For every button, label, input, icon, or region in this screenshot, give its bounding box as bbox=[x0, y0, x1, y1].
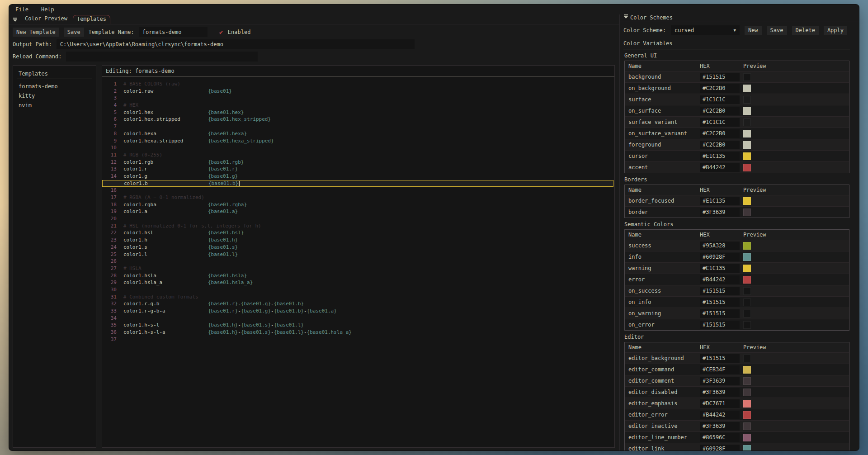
hex-input[interactable]: #B44242 bbox=[700, 411, 740, 419]
color-swatch[interactable] bbox=[743, 411, 751, 419]
color-swatch[interactable] bbox=[743, 242, 751, 250]
menu-item-file[interactable]: File bbox=[15, 6, 28, 13]
color-swatch[interactable] bbox=[743, 355, 751, 362]
color-swatch[interactable] bbox=[743, 310, 751, 318]
hex-input[interactable]: #3F3639 bbox=[700, 208, 740, 217]
hex-input[interactable]: #60928F bbox=[700, 445, 740, 451]
hex-input[interactable]: #1C1C1C bbox=[700, 118, 740, 127]
collapse-arrow-icon[interactable] bbox=[623, 14, 628, 19]
code-line[interactable]: 32color1.r-g-b{base01.r}-{base01.g}-{bas… bbox=[102, 300, 614, 308]
color-swatch[interactable] bbox=[743, 164, 751, 171]
code-line[interactable]: 17# RGBA (A = 0-1 normalized) bbox=[102, 194, 614, 201]
template-name-input[interactable]: formats-demo bbox=[139, 27, 208, 37]
reload-command-input[interactable] bbox=[66, 52, 258, 62]
output-path-input[interactable]: C:\Users\user\AppData\Roaming\clrsync\fo… bbox=[57, 39, 415, 49]
code-line[interactable]: 28color1.hsla{base01.hsla} bbox=[102, 272, 614, 280]
color-swatch[interactable] bbox=[743, 321, 751, 329]
code-line[interactable]: 1# BASE COLORS (raw) bbox=[102, 81, 614, 88]
hex-input[interactable]: #C2C2B0 bbox=[700, 107, 740, 115]
code-line[interactable]: 3 bbox=[102, 95, 614, 102]
hex-input[interactable]: #E1C135 bbox=[700, 197, 740, 205]
code-line[interactable]: 25color1.l{base01.l} bbox=[102, 251, 614, 258]
color-swatch[interactable] bbox=[743, 197, 751, 205]
code-line[interactable]: 2color1.raw{base01} bbox=[102, 88, 614, 95]
color-swatch[interactable] bbox=[743, 276, 751, 284]
color-swatch[interactable] bbox=[743, 265, 751, 272]
code-line[interactable]: 30 bbox=[102, 286, 614, 294]
new-template-button[interactable]: New Template bbox=[13, 28, 59, 37]
code-line[interactable]: 11# RGB (0-255) bbox=[102, 152, 614, 159]
code-area[interactable]: 1# BASE COLORS (raw)2color1.raw{base01}3… bbox=[102, 76, 614, 447]
hex-input[interactable]: #151515 bbox=[700, 321, 740, 329]
hex-input[interactable]: #B44242 bbox=[700, 275, 740, 284]
code-line[interactable]: 7 bbox=[102, 123, 614, 130]
hex-input[interactable]: #151515 bbox=[700, 287, 740, 295]
enabled-checkbox[interactable]: ✔ bbox=[219, 29, 223, 36]
color-swatch[interactable] bbox=[743, 141, 751, 149]
hex-input[interactable]: #E1C135 bbox=[700, 152, 740, 161]
code-line[interactable]: 9color1.hexa.stripped{base01.hexa_stripp… bbox=[102, 137, 614, 145]
code-line[interactable]: 10 bbox=[102, 144, 614, 152]
color-swatch[interactable] bbox=[743, 389, 751, 396]
code-line[interactable]: 36color1.h-s-l-a{base01.h}-{base01.s}-{b… bbox=[102, 329, 614, 336]
color-swatch[interactable] bbox=[743, 377, 751, 385]
save-scheme-button[interactable]: Save bbox=[767, 26, 787, 35]
hex-input[interactable]: #C2C2B0 bbox=[700, 141, 740, 149]
code-line[interactable]: 5color1.hex{base01.hex} bbox=[102, 109, 614, 116]
code-line[interactable]: 26 bbox=[102, 258, 614, 265]
code-line[interactable]: 24color1.s{base01.s} bbox=[102, 244, 614, 251]
code-line[interactable]: 23color1.h{base01.h} bbox=[102, 237, 614, 244]
code-line[interactable]: 14color1.g{base01.g} bbox=[102, 173, 614, 180]
code-line[interactable]: 27# HSLA bbox=[102, 265, 614, 272]
code-line[interactable]: 37 bbox=[102, 336, 614, 343]
color-swatch[interactable] bbox=[743, 400, 751, 408]
hex-input[interactable]: #151515 bbox=[700, 309, 740, 318]
hex-input[interactable]: #151515 bbox=[700, 298, 740, 307]
save-template-button[interactable]: Save bbox=[64, 28, 84, 37]
color-scheme-select[interactable]: cursed ▼ bbox=[671, 25, 740, 35]
code-line[interactable]: 6color1.hex.stripped{base01.hex_stripped… bbox=[102, 116, 614, 123]
menu-item-help[interactable]: Help bbox=[41, 6, 54, 13]
code-line[interactable]: 19color1.a{base01.a} bbox=[102, 208, 614, 215]
color-swatch[interactable] bbox=[743, 299, 751, 306]
code-line[interactable]: 18color1.rgba{base01.rgba} bbox=[102, 201, 614, 209]
code-line[interactable]: 16 bbox=[102, 187, 614, 194]
active-line[interactable]: 15color1.b{base01.b} bbox=[102, 180, 613, 187]
hex-input[interactable]: #E1C135 bbox=[700, 264, 740, 273]
hex-input[interactable]: #151515 bbox=[700, 354, 740, 363]
hex-input[interactable]: #C2C2B0 bbox=[700, 84, 740, 93]
hex-input[interactable]: #C2C2B0 bbox=[700, 129, 740, 138]
code-line[interactable]: 35color1.h-s-l{base01.h}-{base01.s}-{bas… bbox=[102, 322, 614, 329]
code-line[interactable]: 34 bbox=[102, 315, 614, 322]
template-item-nvim[interactable]: nvim bbox=[13, 101, 96, 110]
code-line[interactable]: 21# HSL (normalized 0-1 for s,l, integer… bbox=[102, 223, 614, 230]
color-swatch[interactable] bbox=[743, 118, 751, 126]
color-swatch[interactable] bbox=[743, 85, 751, 92]
new-scheme-button[interactable]: New bbox=[745, 26, 762, 35]
code-line[interactable]: 8color1.hexa{base01.hexa} bbox=[102, 130, 614, 137]
hex-input[interactable]: #151515 bbox=[700, 73, 740, 81]
color-swatch[interactable] bbox=[743, 73, 751, 81]
apply-scheme-button[interactable]: Apply bbox=[824, 26, 847, 35]
hex-input[interactable]: #60928F bbox=[700, 253, 740, 261]
code-line[interactable]: 33color1.r-g-b-a{base01.r}-{base01.g}-{b… bbox=[102, 308, 614, 315]
template-item-kitty[interactable]: kitty bbox=[13, 91, 96, 101]
color-swatch[interactable] bbox=[743, 287, 751, 295]
color-swatch[interactable] bbox=[743, 107, 751, 115]
hex-input[interactable]: #86596C bbox=[700, 433, 740, 442]
collapse-arrow-icon[interactable] bbox=[13, 18, 18, 22]
hex-input[interactable]: #3F3639 bbox=[700, 388, 740, 397]
tab-color-preview[interactable]: Color Preview bbox=[21, 15, 71, 24]
hex-input[interactable]: #95A328 bbox=[700, 242, 740, 250]
code-line[interactable]: 13color1.r{base01.r} bbox=[102, 166, 614, 173]
code-line[interactable]: 12color1.rgb{base01.rgb} bbox=[102, 159, 614, 166]
color-swatch[interactable] bbox=[743, 422, 751, 430]
hex-input[interactable]: #CEB34F bbox=[700, 365, 740, 374]
code-line[interactable]: 22color1.hsl{base01.hsl} bbox=[102, 229, 614, 237]
hex-input[interactable]: #3F3639 bbox=[700, 422, 740, 431]
delete-scheme-button[interactable]: Delete bbox=[792, 26, 819, 35]
color-swatch[interactable] bbox=[743, 445, 751, 451]
hex-input[interactable]: #B44242 bbox=[700, 163, 740, 172]
color-swatch[interactable] bbox=[743, 434, 751, 441]
code-line[interactable]: 29color1.hsla_a{base01.hsla_a} bbox=[102, 279, 614, 286]
